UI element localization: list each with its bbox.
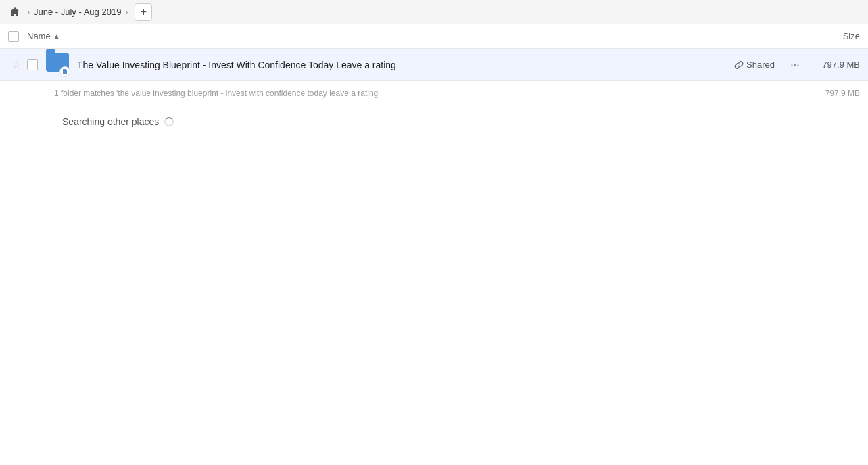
- row-checkbox[interactable]: [27, 59, 38, 70]
- breadcrumb-chevron-2: ›: [125, 7, 128, 17]
- row-checkbox-col: [27, 59, 46, 70]
- match-info-row: 1 folder matches 'the value investing bl…: [0, 81, 868, 105]
- sort-arrow-icon: ▲: [53, 32, 60, 40]
- name-column-header[interactable]: Name ▲: [27, 31, 806, 41]
- breadcrumb-bar: › June - July - Aug 2019 › +: [0, 0, 868, 24]
- link-icon: [734, 60, 744, 70]
- match-text: 1 folder matches 'the value investing bl…: [54, 89, 813, 98]
- star-icon[interactable]: ☆: [11, 58, 21, 71]
- shared-label: Shared: [746, 59, 775, 70]
- column-header-row: Name ▲ Size: [0, 24, 868, 49]
- file-name-label: The Value Investing Blueprint - Invest W…: [77, 59, 734, 70]
- file-size-label: 797.9 MB: [813, 59, 860, 70]
- searching-label: Searching other places: [62, 116, 159, 127]
- add-button[interactable]: +: [135, 3, 152, 21]
- more-options-button[interactable]: ···: [786, 55, 804, 74]
- select-all-checkbox[interactable]: [8, 31, 19, 42]
- home-button[interactable]: [7, 4, 23, 20]
- file-type-overlay: [59, 66, 70, 77]
- header-checkbox-col: [8, 31, 27, 42]
- searching-other-places-section: Searching other places: [0, 105, 868, 132]
- breadcrumb-chevron-1: ›: [27, 7, 30, 17]
- match-size: 797.9 MB: [813, 89, 860, 98]
- size-column-header[interactable]: Size: [806, 31, 860, 41]
- shared-badge: Shared: [734, 59, 775, 70]
- name-label: Name: [27, 31, 51, 41]
- star-col: ☆: [8, 58, 24, 71]
- file-icon-wrapper: [46, 53, 70, 77]
- breadcrumb-path[interactable]: June - July - Aug 2019: [34, 7, 121, 17]
- loading-spinner: [164, 117, 174, 126]
- file-result-row[interactable]: ☆ The Value Investing Blueprint - Invest…: [0, 49, 868, 81]
